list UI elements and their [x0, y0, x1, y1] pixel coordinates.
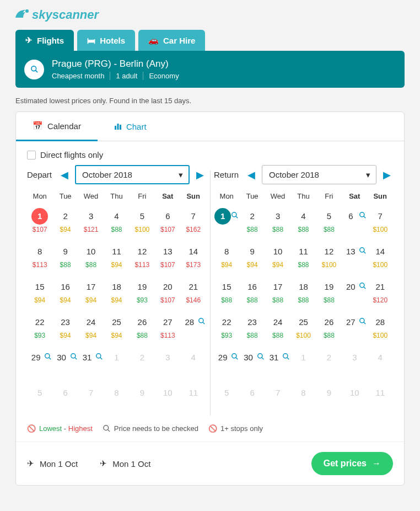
calendar-day[interactable]: 2$94 [52, 204, 78, 239]
calendar-day[interactable]: 17$94 [78, 274, 104, 310]
calendar-day[interactable]: 12$100 [316, 239, 342, 274]
calendar-day[interactable]: 21$146 [181, 274, 206, 310]
day-price: $100 [290, 332, 316, 339]
calendar-day[interactable]: 28 [181, 310, 206, 345]
tab-carhire[interactable]: 🚗 Car Hire [138, 30, 205, 51]
calendar-day[interactable]: 25$100 [290, 310, 316, 345]
calendar-day[interactable]: 27 [342, 310, 367, 345]
calendar-day[interactable]: 18$88 [290, 274, 316, 310]
calendar-day[interactable]: 24$94 [78, 310, 104, 345]
calendar-day[interactable]: 8$113 [27, 239, 52, 274]
calendar-day[interactable]: 7$100 [368, 204, 393, 239]
calendar-day[interactable]: 24$88 [265, 310, 290, 345]
calendar-day[interactable]: 29 [27, 345, 52, 380]
calendar-day[interactable]: 17$88 [265, 274, 290, 310]
calendar-day[interactable]: 6 [342, 204, 367, 239]
calendar-day[interactable]: 19$93 [130, 274, 155, 310]
calendar-day[interactable]: 1 [214, 204, 239, 239]
search-summary[interactable]: Prague (PRG) - Berlin (Any) Cheapest mon… [15, 51, 405, 88]
calendar-day[interactable]: 15$94 [27, 274, 52, 310]
calendar-day[interactable]: 1$107 [27, 204, 52, 239]
calendar-day[interactable]: 21$120 [368, 274, 393, 310]
calendar-day[interactable]: 4$88 [104, 204, 129, 239]
calendar-day[interactable]: 12$113 [130, 239, 155, 274]
calendar-day[interactable]: 26$88 [130, 310, 155, 345]
return-next-month[interactable]: ▶ [381, 167, 393, 183]
calendar-day[interactable]: 30 [239, 345, 265, 380]
calendar-day[interactable]: 16$94 [52, 274, 78, 310]
depart-month-select[interactable]: October 2018▾ [75, 165, 190, 184]
calendar-day[interactable]: 20 [342, 274, 367, 310]
svg-text:skyscanner: skyscanner [32, 8, 100, 22]
calendar-day[interactable]: 10$88 [78, 239, 104, 274]
day-price: $88 [265, 332, 290, 339]
tab-hotels[interactable]: 🛏 Hotels [77, 30, 135, 51]
calendar-day[interactable]: 10$94 [265, 239, 290, 274]
tab-flights[interactable]: ✈ Flights [15, 30, 74, 51]
chart-icon [114, 122, 122, 131]
svg-point-12 [96, 354, 101, 358]
calendar-day[interactable]: 26$88 [316, 310, 342, 345]
calendar-day[interactable]: 9$88 [52, 239, 78, 274]
depart-prev-month[interactable]: ◀ [58, 167, 71, 183]
calendar-day[interactable]: 31 [265, 345, 290, 380]
calendar-day[interactable]: 31 [78, 345, 104, 380]
calendar-day[interactable]: 13 [342, 239, 367, 274]
day-price: $94 [239, 261, 265, 269]
calendar-day[interactable]: 7$162 [181, 204, 206, 239]
calendar-day[interactable]: 27$113 [155, 310, 180, 345]
view-tab-calendar[interactable]: 📅 Calendar [16, 112, 98, 141]
calendar-day[interactable]: 11$94 [104, 239, 129, 274]
depart-next-month[interactable]: ▶ [194, 167, 206, 183]
day-price: $100 [316, 261, 342, 269]
return-month-select[interactable]: October 2018▾ [262, 165, 376, 184]
day-price: $88 [290, 226, 316, 233]
selected-return-date: ✈ Mon 1 Oct [100, 459, 150, 469]
calendar-day[interactable]: 6$107 [155, 204, 180, 239]
search-icon [282, 353, 290, 362]
view-tab-chart[interactable]: Chart [98, 112, 163, 141]
calendar-day[interactable]: 9$94 [239, 239, 265, 274]
calendar-day[interactable]: 23$94 [52, 310, 78, 345]
calendar-day[interactable]: 29 [214, 345, 239, 380]
svg-line-19 [364, 252, 366, 254]
calendar-day[interactable]: 3$88 [265, 204, 290, 239]
svg-point-6 [198, 318, 203, 323]
day-price: $88 [239, 332, 265, 339]
search-cabin: Economy [149, 72, 184, 80]
get-prices-button[interactable]: Get prices → [311, 452, 393, 475]
search-icon-circle [24, 60, 44, 79]
calendar-day[interactable]: 15$88 [214, 274, 239, 310]
calendar-day[interactable]: 4$88 [290, 204, 316, 239]
calendar-day[interactable]: 2$88 [239, 204, 265, 239]
calendar-day[interactable]: 13$107 [155, 239, 180, 274]
calendar-day[interactable]: 30 [52, 345, 78, 380]
svg-line-2 [35, 70, 37, 72]
calendar-day[interactable]: 5$100 [130, 204, 155, 239]
calendar-day[interactable]: 3$121 [78, 204, 104, 239]
calendar-day[interactable]: 16$88 [239, 274, 265, 310]
day-price: $94 [27, 296, 52, 304]
direct-checkbox[interactable] [27, 151, 36, 159]
day-price: $94 [104, 332, 129, 339]
calendar-day[interactable]: 5$88 [316, 204, 342, 239]
svg-rect-4 [117, 124, 119, 130]
calendar-day: 1 [104, 345, 129, 380]
calendar-day[interactable]: 23$88 [239, 310, 265, 345]
calendar-day[interactable]: 18$94 [104, 274, 129, 310]
calendar-day[interactable]: 22$93 [214, 310, 239, 345]
calendar-day[interactable]: 19$88 [316, 274, 342, 310]
calendar-day[interactable]: 8$94 [214, 239, 239, 274]
calendar-day[interactable]: 25$94 [104, 310, 129, 345]
calendar-day[interactable]: 20$107 [155, 274, 180, 310]
calendar-day[interactable]: 11$88 [290, 239, 316, 274]
calendar-day[interactable]: 14$173 [181, 239, 206, 274]
calendar-day[interactable]: 22$93 [27, 310, 52, 345]
calendar-day: 3 [342, 345, 367, 380]
calendar-day[interactable]: 28$100 [368, 310, 393, 345]
calendar-day[interactable]: 14$100 [368, 239, 393, 274]
return-prev-month[interactable]: ◀ [245, 167, 257, 183]
day-price: $94 [52, 296, 78, 304]
tab-carhire-label: Car Hire [163, 36, 195, 45]
logo[interactable]: skyscanner [0, 0, 420, 30]
